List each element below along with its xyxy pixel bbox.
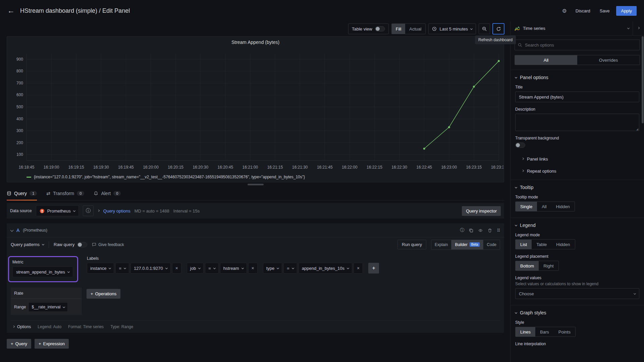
timeseries-chart[interactable]: 16:18:4516:19:0016:19:1516:19:3016:19:45… — [7, 48, 503, 174]
tooltip-mode-hidden[interactable]: Hidden — [551, 202, 575, 211]
legend-mode-list[interactable]: List — [516, 240, 532, 249]
svg-text:300: 300 — [16, 128, 23, 133]
filter-name-select[interactable]: type — [263, 263, 282, 274]
tooltip-header[interactable]: Tooltip — [515, 185, 639, 190]
back-arrow-button[interactable]: ← — [7, 6, 15, 15]
metric-select[interactable]: stream_append_in_bytes — [12, 266, 73, 277]
save-button[interactable]: Save — [597, 6, 612, 15]
code-option[interactable]: Code — [483, 240, 500, 249]
filter-op-select[interactable]: = — [115, 263, 129, 274]
rate-interval-select[interactable]: $__rate_interval — [29, 302, 68, 312]
beta-badge: Beta — [470, 242, 480, 247]
drag-handle-icon[interactable]: ⠿ — [497, 228, 500, 233]
panel-options-header[interactable]: Panel options — [515, 75, 639, 80]
chevron-down-icon — [124, 266, 126, 269]
tab-query[interactable]: Query 1 — [7, 186, 37, 200]
search-options-field[interactable] — [515, 40, 640, 50]
timeseries-viz-icon — [515, 26, 520, 31]
legend-item[interactable]: {instance="127.0.0.1:9270", job="hstream… — [7, 174, 504, 182]
duplicate-query-icon[interactable] — [469, 228, 473, 233]
actual-option[interactable]: Actual — [405, 24, 425, 34]
tab-all[interactable]: All — [515, 55, 577, 65]
legend-placement-bottom[interactable]: Bottom — [516, 261, 539, 270]
query-help-icon[interactable]: ⓘ — [460, 227, 464, 233]
section-graph-styles: Graph styles Style Lines Bars Points Lin… — [511, 305, 644, 354]
table-view-control[interactable]: Table view — [348, 23, 389, 34]
description-textarea[interactable] — [515, 114, 639, 131]
style-points[interactable]: Points — [554, 327, 575, 337]
filter-op-select[interactable]: = — [283, 263, 297, 274]
panel-title-input[interactable] — [515, 92, 639, 102]
hide-query-icon[interactable] — [478, 228, 483, 233]
filter-value-select[interactable]: 127.0.0.1:9270 — [130, 263, 171, 274]
legend-mode-label: Legend mode — [515, 233, 639, 237]
raw-query-toggle[interactable] — [77, 242, 87, 247]
add-filter-button[interactable]: + — [368, 263, 379, 274]
datasource-select[interactable]: Prometheus — [36, 205, 79, 216]
legend-values-select[interactable]: Choose — [515, 288, 639, 299]
query-ref-id[interactable]: A — [16, 228, 19, 233]
resize-handle[interactable] — [248, 184, 264, 185]
filter-op-select[interactable]: = — [205, 263, 219, 274]
query-options-collapse[interactable]: Options Legend: Auto Format: Time series… — [11, 320, 500, 333]
graph-styles-header[interactable]: Graph styles — [515, 310, 639, 315]
filter-value-select[interactable]: append_in_bytes_10s — [299, 263, 352, 274]
table-view-toggle[interactable] — [375, 26, 385, 32]
repeat-options-collapse[interactable]: Repeat options — [515, 165, 639, 174]
remove-filter-button[interactable]: × — [248, 263, 258, 274]
sidebar-scrollbar[interactable] — [642, 36, 644, 123]
tooltip-mode-single[interactable]: Single — [516, 202, 537, 211]
legend-mode-table[interactable]: Table — [532, 240, 551, 249]
time-range-picker[interactable]: Last 5 minutes — [428, 23, 476, 34]
add-query-button[interactable]: + Query — [7, 339, 31, 349]
discard-button[interactable]: Discard — [573, 6, 593, 15]
legend-mode-hidden[interactable]: Hidden — [551, 240, 575, 249]
legend-label: {instance="127.0.0.1:9270", job="hstream… — [34, 175, 305, 179]
give-feedback-button[interactable]: Give feedback — [92, 242, 124, 247]
collapse-query-icon[interactable] — [10, 228, 14, 232]
zoom-out-button[interactable] — [479, 23, 490, 34]
transparent-background-toggle[interactable] — [515, 142, 525, 148]
collapse-pane-button[interactable] — [633, 21, 644, 35]
query-options-toggle[interactable]: Query options — [103, 208, 130, 214]
query-patterns-dropdown[interactable]: Query patterns — [11, 242, 44, 247]
delete-query-icon[interactable] — [488, 228, 492, 233]
svg-text:16:18:45: 16:18:45 — [19, 165, 35, 170]
operation-title[interactable]: Rate — [11, 288, 82, 299]
remove-filter-button[interactable]: × — [172, 263, 181, 274]
tooltip-mode-all[interactable]: All — [537, 202, 551, 211]
style-lines[interactable]: Lines — [516, 327, 535, 337]
filter-value-select[interactable]: hstream — [220, 263, 247, 274]
filter-name-select[interactable]: job — [187, 263, 204, 274]
fill-option[interactable]: Fill — [392, 24, 406, 34]
chevron-down-icon — [470, 27, 473, 29]
add-expression-button[interactable]: + Expression — [35, 339, 69, 349]
builder-option[interactable]: Builder Beta — [451, 240, 483, 249]
tab-alert[interactable]: Alert 0 — [94, 186, 121, 200]
add-operations-button[interactable]: + Operations — [87, 289, 120, 299]
refresh-button[interactable] — [493, 23, 504, 34]
time-range-label: Last 5 minutes — [439, 26, 468, 32]
remove-filter-button[interactable]: × — [354, 263, 363, 274]
tab-transform[interactable]: ⇄ Transform 0 — [46, 186, 84, 200]
explain-option[interactable]: Explain — [431, 240, 451, 249]
svg-text:16:20:30: 16:20:30 — [193, 165, 208, 170]
viz-picker[interactable]: Time series — [515, 26, 633, 31]
apply-button[interactable]: Apply — [616, 6, 637, 16]
chevron-down-icon — [515, 311, 517, 313]
style-bars[interactable]: Bars — [535, 327, 554, 337]
panel-links-collapse[interactable]: Panel links — [515, 153, 639, 162]
clock-icon — [432, 26, 437, 31]
filter-name-select[interactable]: instance — [87, 263, 114, 274]
search-options-input[interactable] — [525, 43, 637, 48]
legend-header[interactable]: Legend — [515, 223, 639, 228]
run-query-button[interactable]: Run query — [397, 240, 426, 249]
svg-text:16:19:45: 16:19:45 — [118, 165, 134, 170]
tab-overrides[interactable]: Overrides — [577, 55, 640, 65]
query-inspector-button[interactable]: Query inspector — [462, 206, 501, 216]
gear-icon[interactable]: ⚙ — [560, 6, 569, 15]
section-legend: Legend Legend mode List Table Hidden Leg… — [511, 218, 644, 305]
metric-highlight-box: Metric stream_append_in_bytes — [8, 256, 78, 282]
datasource-info-button[interactable]: ⓘ — [83, 205, 94, 216]
legend-placement-right[interactable]: Right — [539, 261, 558, 270]
